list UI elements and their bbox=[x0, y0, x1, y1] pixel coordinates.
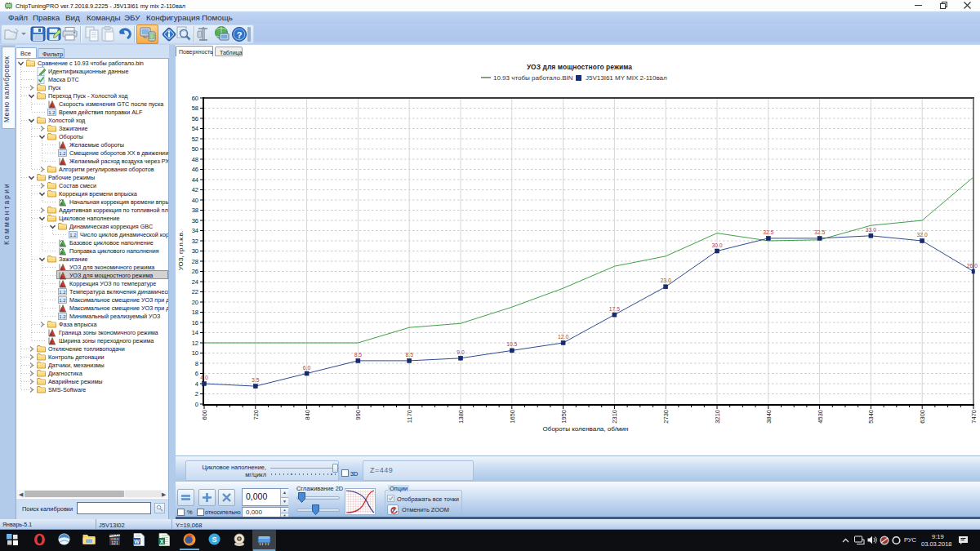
svg-text:7470: 7470 bbox=[970, 410, 978, 424]
svg-text:26.0: 26.0 bbox=[967, 263, 978, 269]
svg-text:56: 56 bbox=[192, 115, 198, 122]
svg-text:38: 38 bbox=[192, 207, 198, 214]
svg-text:?: ? bbox=[237, 30, 243, 40]
svg-text:36: 36 bbox=[192, 217, 198, 224]
svg-text:17.5: 17.5 bbox=[609, 306, 620, 312]
svg-text:58: 58 bbox=[192, 104, 198, 112]
svg-text:20: 20 bbox=[192, 299, 198, 306]
svg-text:3210: 3210 bbox=[714, 410, 721, 424]
svg-text:3.5: 3.5 bbox=[252, 377, 260, 383]
svg-text:28: 28 bbox=[192, 258, 198, 265]
svg-text:40: 40 bbox=[192, 197, 198, 204]
svg-text:S: S bbox=[212, 535, 216, 544]
svg-text:6.0: 6.0 bbox=[303, 365, 311, 371]
svg-text:Обороты коленвала, об/мин: Обороты коленвала, об/мин bbox=[543, 425, 629, 433]
svg-text:32.0: 32.0 bbox=[917, 232, 928, 238]
svg-text:6300: 6300 bbox=[919, 410, 926, 424]
svg-text:600: 600 bbox=[201, 410, 208, 420]
svg-text:32.5: 32.5 bbox=[763, 229, 773, 235]
svg-text:46: 46 bbox=[192, 166, 198, 173]
svg-text:8.5: 8.5 bbox=[405, 352, 413, 358]
svg-text:1650: 1650 bbox=[509, 410, 516, 424]
svg-text:1380: 1380 bbox=[457, 410, 465, 424]
svg-text:720: 720 bbox=[252, 410, 260, 420]
svg-text:12: 12 bbox=[192, 340, 198, 347]
svg-text:121: 121 bbox=[111, 540, 118, 545]
svg-text:4.0: 4.0 bbox=[200, 375, 208, 380]
svg-text:840: 840 bbox=[304, 410, 311, 420]
svg-text:50: 50 bbox=[192, 145, 198, 153]
svg-text:60: 60 bbox=[192, 95, 198, 102]
svg-text:26: 26 bbox=[192, 268, 198, 275]
svg-text:42: 42 bbox=[192, 186, 198, 193]
svg-text:1.2: 1.2 bbox=[48, 110, 56, 115]
svg-text:32.5: 32.5 bbox=[814, 229, 825, 235]
svg-text:8.5: 8.5 bbox=[354, 352, 363, 358]
svg-text:34: 34 bbox=[192, 227, 198, 234]
svg-text:32: 32 bbox=[192, 238, 198, 245]
svg-text:3840: 3840 bbox=[765, 410, 773, 424]
svg-text:1.2: 1.2 bbox=[69, 233, 77, 238]
svg-text:12.0: 12.0 bbox=[558, 334, 568, 340]
svg-text:1170: 1170 bbox=[406, 410, 413, 423]
svg-text:W: W bbox=[134, 539, 140, 544]
svg-text:2: 2 bbox=[195, 390, 198, 398]
svg-text:54: 54 bbox=[192, 125, 198, 132]
svg-text:10.5: 10.5 bbox=[506, 341, 517, 347]
svg-text:4530: 4530 bbox=[817, 410, 824, 424]
svg-text:16: 16 bbox=[192, 319, 198, 327]
svg-text:990: 990 bbox=[354, 410, 362, 420]
svg-text:1.2: 1.2 bbox=[59, 290, 66, 295]
svg-text:30: 30 bbox=[192, 247, 198, 255]
svg-text:48: 48 bbox=[192, 156, 198, 163]
svg-text:1950: 1950 bbox=[560, 410, 568, 424]
svg-text:5340: 5340 bbox=[867, 410, 875, 424]
svg-text:18: 18 bbox=[192, 309, 198, 316]
svg-text:23.0: 23.0 bbox=[661, 278, 671, 283]
svg-text:1.2: 1.2 bbox=[59, 151, 66, 156]
svg-text:2730: 2730 bbox=[662, 410, 670, 424]
svg-text:44: 44 bbox=[192, 176, 198, 184]
svg-text:52: 52 bbox=[192, 136, 198, 143]
svg-text:X: X bbox=[160, 539, 164, 544]
svg-text:24: 24 bbox=[192, 278, 198, 286]
svg-text:22: 22 bbox=[192, 288, 198, 295]
svg-text:4: 4 bbox=[195, 380, 198, 388]
svg-text:14: 14 bbox=[192, 329, 198, 336]
svg-text:0: 0 bbox=[195, 401, 198, 408]
svg-text:8: 8 bbox=[195, 360, 198, 367]
svg-text:6: 6 bbox=[195, 370, 198, 377]
svg-text:УОЗ, гр.п.к.в.: УОЗ, гр.п.к.в. bbox=[177, 231, 185, 271]
svg-text:1.2: 1.2 bbox=[59, 298, 66, 303]
svg-text:2310: 2310 bbox=[611, 410, 618, 424]
svg-text:10: 10 bbox=[192, 349, 198, 357]
svg-text:9.0: 9.0 bbox=[457, 349, 465, 355]
svg-text:33.0: 33.0 bbox=[866, 227, 876, 233]
svg-text:1.2: 1.2 bbox=[59, 314, 66, 319]
svg-text:30.0: 30.0 bbox=[711, 242, 722, 248]
